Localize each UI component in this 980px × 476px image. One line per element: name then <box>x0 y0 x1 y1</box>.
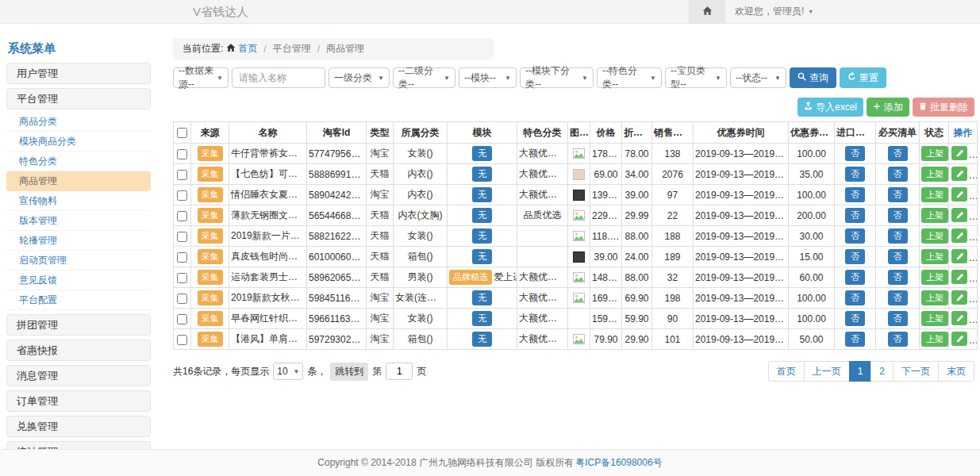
pager-item[interactable]: 首页 <box>768 361 805 382</box>
import-select-toggle[interactable]: 否 <box>845 167 865 182</box>
import-select-toggle[interactable]: 否 <box>845 208 865 223</box>
sidebar-group[interactable]: 用户管理 <box>6 63 151 84</box>
sidebar-group[interactable]: 消息管理 <box>6 365 151 386</box>
must-buy-toggle[interactable]: 否 <box>888 332 908 347</box>
status-on-shelf-button[interactable]: 上架 <box>921 270 948 285</box>
status-on-shelf-button[interactable]: 上架 <box>921 146 948 161</box>
per-page-select[interactable]: 10 ▼ <box>273 363 303 380</box>
edit-button[interactable] <box>951 290 967 305</box>
filter-select-level1-category[interactable]: 一级分类▼ <box>329 67 390 88</box>
home-button[interactable] <box>689 0 725 23</box>
user-menu[interactable]: 欢迎您，管理员! ▼ <box>735 0 813 23</box>
add-button[interactable]: 添加 <box>867 98 909 117</box>
module-badge[interactable]: 无 <box>472 167 492 182</box>
select-all-checkbox[interactable] <box>177 128 187 138</box>
row-checkbox[interactable] <box>177 190 187 201</box>
import-select-toggle[interactable]: 否 <box>845 187 865 202</box>
name-search-input[interactable] <box>232 67 325 88</box>
filter-select-module[interactable]: --模块--▼ <box>459 67 517 88</box>
status-on-shelf-button[interactable]: 上架 <box>921 249 948 264</box>
filter-select-module-subcategory[interactable]: --模块下分类--▼ <box>520 67 594 88</box>
status-on-shelf-button[interactable]: 上架 <box>921 208 948 223</box>
pager-item[interactable]: 1 <box>849 361 872 382</box>
import-select-toggle[interactable]: 否 <box>845 332 865 347</box>
module-badge[interactable]: 无 <box>472 228 492 244</box>
row-checkbox[interactable] <box>177 273 187 283</box>
sidebar-item[interactable]: 平台配置 <box>6 290 151 310</box>
page-number-input[interactable] <box>386 363 413 380</box>
sidebar-item[interactable]: 模块商品分类 <box>6 132 151 152</box>
must-buy-toggle[interactable]: 否 <box>888 187 908 202</box>
row-checkbox[interactable] <box>177 232 187 242</box>
sidebar-item[interactable]: 启动页管理 <box>6 251 151 271</box>
module-badge[interactable]: 无 <box>472 249 492 264</box>
module-badge[interactable]: 无 <box>472 332 492 347</box>
must-buy-toggle[interactable]: 否 <box>888 146 908 161</box>
module-badge[interactable]: 无 <box>472 146 492 161</box>
sidebar-item[interactable]: 商品管理 <box>6 171 151 191</box>
status-on-shelf-button[interactable]: 上架 <box>921 187 948 202</box>
icp-link[interactable]: 粤ICP备16098006号 <box>575 456 662 470</box>
pager-item[interactable]: 下一页 <box>893 361 939 382</box>
import-select-toggle[interactable]: 否 <box>845 311 865 326</box>
module-badge[interactable]: 无 <box>472 290 492 305</box>
pager-item[interactable]: 末页 <box>938 361 974 382</box>
breadcrumb-home-link[interactable]: 首页 <box>226 42 257 56</box>
sidebar-item[interactable]: 特色分类 <box>6 152 151 171</box>
edit-button[interactable] <box>951 167 967 181</box>
module-badge[interactable]: 无 <box>472 311 492 326</box>
pager-item[interactable]: 2 <box>870 361 894 382</box>
must-buy-toggle[interactable]: 否 <box>888 167 908 182</box>
row-checkbox[interactable] <box>177 252 187 263</box>
status-on-shelf-button[interactable]: 上架 <box>921 332 948 347</box>
edit-button[interactable] <box>951 249 967 263</box>
filter-select-level2-category[interactable]: --二级分类--▼ <box>393 67 455 88</box>
sidebar-item[interactable]: 版本管理 <box>6 211 151 231</box>
row-checkbox[interactable] <box>177 170 187 180</box>
import-select-toggle[interactable]: 否 <box>845 290 865 305</box>
import-select-toggle[interactable]: 否 <box>845 249 865 264</box>
import-select-toggle[interactable]: 否 <box>845 270 865 285</box>
query-button[interactable]: 查询 <box>790 67 836 88</box>
pager-item[interactable]: 上一页 <box>804 361 850 382</box>
sidebar-group[interactable]: 拼团管理 <box>6 314 151 336</box>
row-checkbox[interactable] <box>177 314 187 324</box>
sidebar-item[interactable]: 意见反馈 <box>6 271 151 290</box>
status-on-shelf-button[interactable]: 上架 <box>921 167 948 182</box>
must-buy-toggle[interactable]: 否 <box>888 228 908 244</box>
must-buy-toggle[interactable]: 否 <box>888 290 908 305</box>
filter-select-status[interactable]: --状态--▼ <box>730 67 786 88</box>
edit-button[interactable] <box>951 270 967 284</box>
edit-button[interactable] <box>951 332 967 346</box>
edit-button[interactable] <box>951 228 967 243</box>
status-on-shelf-button[interactable]: 上架 <box>921 290 948 305</box>
sidebar-item[interactable]: 商品分类 <box>6 112 151 132</box>
filter-select-item-type[interactable]: --宝贝类型--▼ <box>665 67 727 88</box>
import-excel-button[interactable]: 导入excel <box>797 98 863 117</box>
must-buy-toggle[interactable]: 否 <box>888 311 908 326</box>
sidebar-item[interactable]: 宣传物料 <box>6 191 151 211</box>
filter-select-data-source[interactable]: --数据来源--▼ <box>173 67 229 88</box>
row-checkbox[interactable] <box>177 294 187 304</box>
row-checkbox[interactable] <box>177 335 187 345</box>
reset-button[interactable]: 重置 <box>840 67 886 88</box>
edit-button[interactable] <box>951 146 967 160</box>
sidebar-group[interactable]: 订单管理 <box>6 390 151 412</box>
sidebar-item[interactable]: 轮播管理 <box>6 231 151 251</box>
row-checkbox[interactable] <box>177 211 187 221</box>
status-on-shelf-button[interactable]: 上架 <box>921 228 948 244</box>
must-buy-toggle[interactable]: 否 <box>888 208 908 223</box>
sidebar-group[interactable]: 平台管理 <box>6 88 151 109</box>
module-badge[interactable]: 无 <box>472 187 492 202</box>
sidebar-group[interactable]: 省惠快报 <box>6 340 151 361</box>
module-badge[interactable]: 无 <box>472 208 492 223</box>
row-checkbox[interactable] <box>177 149 187 159</box>
status-on-shelf-button[interactable]: 上架 <box>921 311 948 326</box>
sidebar-group[interactable]: 兑换管理 <box>6 416 151 437</box>
import-select-toggle[interactable]: 否 <box>845 228 865 244</box>
must-buy-toggle[interactable]: 否 <box>888 249 908 264</box>
must-buy-toggle[interactable]: 否 <box>888 270 908 285</box>
edit-button[interactable] <box>951 311 967 325</box>
import-select-toggle[interactable]: 否 <box>845 146 865 161</box>
batch-delete-button[interactable]: 批量删除 <box>913 98 974 117</box>
